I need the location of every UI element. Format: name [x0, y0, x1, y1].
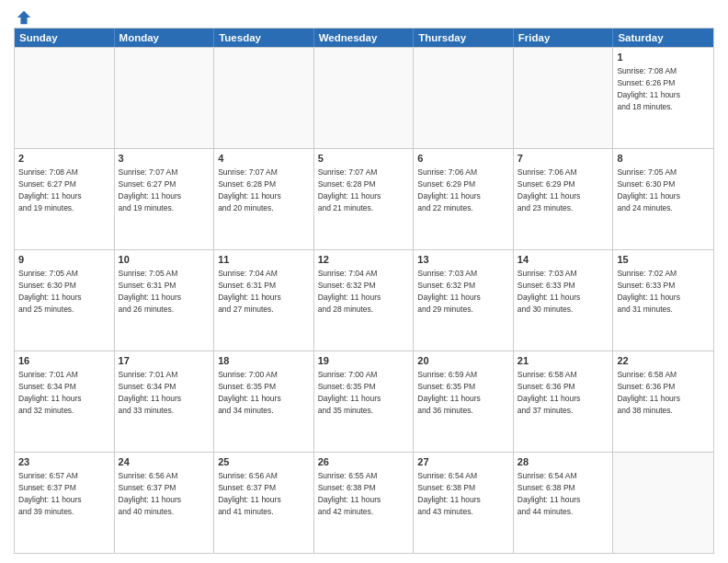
- calendar-row: 1Sunrise: 7:08 AM Sunset: 6:26 PM Daylig…: [15, 47, 713, 148]
- calendar-cell: 22Sunrise: 6:58 AM Sunset: 6:36 PM Dayli…: [613, 351, 713, 452]
- weekday-header: Thursday: [414, 29, 514, 47]
- day-detail: Sunrise: 7:06 AM Sunset: 6:29 PM Dayligh…: [417, 167, 481, 213]
- day-number: 16: [18, 354, 110, 368]
- calendar-cell: 2Sunrise: 7:08 AM Sunset: 6:27 PM Daylig…: [15, 149, 115, 249]
- calendar-cell: [613, 453, 713, 553]
- calendar-cell: 8Sunrise: 7:05 AM Sunset: 6:30 PM Daylig…: [613, 149, 713, 249]
- calendar-cell: 15Sunrise: 7:02 AM Sunset: 6:33 PM Dayli…: [613, 250, 713, 350]
- calendar: SundayMondayTuesdayWednesdayThursdayFrid…: [14, 28, 714, 554]
- day-detail: Sunrise: 7:02 AM Sunset: 6:33 PM Dayligh…: [617, 269, 680, 314]
- calendar-cell: 9Sunrise: 7:05 AM Sunset: 6:30 PM Daylig…: [15, 250, 115, 350]
- day-detail: Sunrise: 7:04 AM Sunset: 6:32 PM Dayligh…: [318, 269, 381, 314]
- day-detail: Sunrise: 6:54 AM Sunset: 6:38 PM Dayligh…: [518, 471, 581, 516]
- day-number: 13: [417, 253, 509, 267]
- calendar-cell: 11Sunrise: 7:04 AM Sunset: 6:31 PM Dayli…: [214, 250, 314, 350]
- calendar-cell: 20Sunrise: 6:59 AM Sunset: 6:35 PM Dayli…: [414, 351, 514, 452]
- day-detail: Sunrise: 6:57 AM Sunset: 6:37 PM Dayligh…: [18, 471, 82, 516]
- day-detail: Sunrise: 7:07 AM Sunset: 6:28 PM Dayligh…: [318, 167, 381, 213]
- day-detail: Sunrise: 7:03 AM Sunset: 6:32 PM Dayligh…: [417, 269, 481, 314]
- weekday-header: Saturday: [613, 29, 713, 47]
- calendar-cell: 12Sunrise: 7:04 AM Sunset: 6:32 PM Dayli…: [314, 250, 415, 350]
- calendar-cell: 28Sunrise: 6:54 AM Sunset: 6:38 PM Dayli…: [514, 453, 614, 553]
- svg-marker-0: [17, 11, 30, 24]
- calendar-cell: 16Sunrise: 7:01 AM Sunset: 6:34 PM Dayli…: [15, 351, 115, 452]
- day-number: 4: [218, 152, 310, 166]
- calendar-cell: 18Sunrise: 7:00 AM Sunset: 6:35 PM Dayli…: [214, 351, 314, 452]
- calendar-cell: [514, 48, 614, 148]
- day-detail: Sunrise: 6:55 AM Sunset: 6:38 PM Dayligh…: [318, 471, 381, 516]
- logo: [14, 9, 32, 22]
- day-detail: Sunrise: 6:56 AM Sunset: 6:37 PM Dayligh…: [218, 471, 281, 516]
- day-number: 27: [417, 455, 509, 469]
- day-number: 25: [218, 455, 310, 469]
- calendar-cell: [115, 48, 215, 148]
- calendar-cell: [214, 48, 314, 148]
- day-detail: Sunrise: 7:05 AM Sunset: 6:30 PM Dayligh…: [617, 167, 680, 213]
- weekday-header: Friday: [514, 29, 614, 47]
- day-detail: Sunrise: 7:08 AM Sunset: 6:26 PM Dayligh…: [617, 66, 680, 111]
- day-number: 23: [18, 455, 110, 469]
- calendar-cell: 21Sunrise: 6:58 AM Sunset: 6:36 PM Dayli…: [514, 351, 614, 452]
- calendar-cell: 19Sunrise: 7:00 AM Sunset: 6:35 PM Dayli…: [314, 351, 415, 452]
- day-number: 26: [318, 455, 410, 469]
- day-number: 21: [518, 354, 609, 368]
- day-detail: Sunrise: 6:58 AM Sunset: 6:36 PM Dayligh…: [518, 370, 581, 415]
- day-detail: Sunrise: 7:00 AM Sunset: 6:35 PM Dayligh…: [318, 370, 381, 415]
- calendar-row: 2Sunrise: 7:08 AM Sunset: 6:27 PM Daylig…: [15, 148, 713, 249]
- weekday-header: Monday: [115, 29, 215, 47]
- day-number: 2: [18, 152, 110, 166]
- day-number: 24: [119, 455, 210, 469]
- calendar-cell: 5Sunrise: 7:07 AM Sunset: 6:28 PM Daylig…: [314, 149, 415, 249]
- day-number: 1: [617, 51, 710, 64]
- calendar-cell: 14Sunrise: 7:03 AM Sunset: 6:33 PM Dayli…: [514, 250, 614, 350]
- day-number: 5: [318, 152, 410, 166]
- calendar-row: 23Sunrise: 6:57 AM Sunset: 6:37 PM Dayli…: [15, 452, 713, 553]
- day-number: 7: [518, 152, 609, 166]
- calendar-cell: 4Sunrise: 7:07 AM Sunset: 6:28 PM Daylig…: [214, 149, 314, 249]
- calendar-cell: 27Sunrise: 6:54 AM Sunset: 6:38 PM Dayli…: [414, 453, 514, 553]
- day-detail: Sunrise: 6:59 AM Sunset: 6:35 PM Dayligh…: [417, 370, 481, 415]
- day-detail: Sunrise: 7:07 AM Sunset: 6:27 PM Dayligh…: [119, 167, 182, 213]
- calendar-cell: 17Sunrise: 7:01 AM Sunset: 6:34 PM Dayli…: [115, 351, 215, 452]
- calendar-cell: 6Sunrise: 7:06 AM Sunset: 6:29 PM Daylig…: [414, 149, 514, 249]
- calendar-row: 9Sunrise: 7:05 AM Sunset: 6:30 PM Daylig…: [15, 249, 713, 350]
- calendar-cell: 26Sunrise: 6:55 AM Sunset: 6:38 PM Dayli…: [314, 453, 415, 553]
- day-number: 18: [218, 354, 310, 368]
- day-detail: Sunrise: 7:01 AM Sunset: 6:34 PM Dayligh…: [119, 370, 182, 415]
- day-number: 8: [617, 152, 710, 166]
- day-number: 9: [18, 253, 110, 267]
- day-detail: Sunrise: 6:58 AM Sunset: 6:36 PM Dayligh…: [617, 370, 680, 415]
- calendar-cell: 23Sunrise: 6:57 AM Sunset: 6:37 PM Dayli…: [15, 453, 115, 553]
- calendar-body: 1Sunrise: 7:08 AM Sunset: 6:26 PM Daylig…: [15, 47, 713, 553]
- day-number: 22: [617, 354, 710, 368]
- day-number: 19: [318, 354, 410, 368]
- calendar-cell: [314, 48, 415, 148]
- day-detail: Sunrise: 7:06 AM Sunset: 6:29 PM Dayligh…: [518, 167, 581, 213]
- day-detail: Sunrise: 7:05 AM Sunset: 6:31 PM Dayligh…: [119, 269, 182, 314]
- day-number: 17: [119, 354, 210, 368]
- calendar-cell: 10Sunrise: 7:05 AM Sunset: 6:31 PM Dayli…: [115, 250, 215, 350]
- weekday-header: Tuesday: [214, 29, 314, 47]
- day-number: 14: [518, 253, 609, 267]
- day-detail: Sunrise: 7:05 AM Sunset: 6:30 PM Dayligh…: [18, 269, 82, 314]
- calendar-cell: 3Sunrise: 7:07 AM Sunset: 6:27 PM Daylig…: [115, 149, 215, 249]
- calendar-header: SundayMondayTuesdayWednesdayThursdayFrid…: [15, 29, 713, 47]
- day-detail: Sunrise: 7:04 AM Sunset: 6:31 PM Dayligh…: [218, 269, 281, 314]
- weekday-header: Wednesday: [314, 29, 415, 47]
- header: [14, 9, 714, 22]
- day-number: 11: [218, 253, 310, 267]
- day-number: 10: [119, 253, 210, 267]
- day-number: 15: [617, 253, 710, 267]
- day-number: 20: [417, 354, 509, 368]
- day-detail: Sunrise: 7:08 AM Sunset: 6:27 PM Dayligh…: [18, 167, 82, 213]
- weekday-header: Sunday: [15, 29, 115, 47]
- calendar-cell: [414, 48, 514, 148]
- calendar-cell: 7Sunrise: 7:06 AM Sunset: 6:29 PM Daylig…: [514, 149, 614, 249]
- day-detail: Sunrise: 6:56 AM Sunset: 6:37 PM Dayligh…: [119, 471, 182, 516]
- day-detail: Sunrise: 7:03 AM Sunset: 6:33 PM Dayligh…: [518, 269, 581, 314]
- day-detail: Sunrise: 7:01 AM Sunset: 6:34 PM Dayligh…: [18, 370, 82, 415]
- day-detail: Sunrise: 7:07 AM Sunset: 6:28 PM Dayligh…: [218, 167, 281, 213]
- logo-icon: [16, 9, 32, 26]
- calendar-cell: 1Sunrise: 7:08 AM Sunset: 6:26 PM Daylig…: [613, 48, 713, 148]
- calendar-cell: [15, 48, 115, 148]
